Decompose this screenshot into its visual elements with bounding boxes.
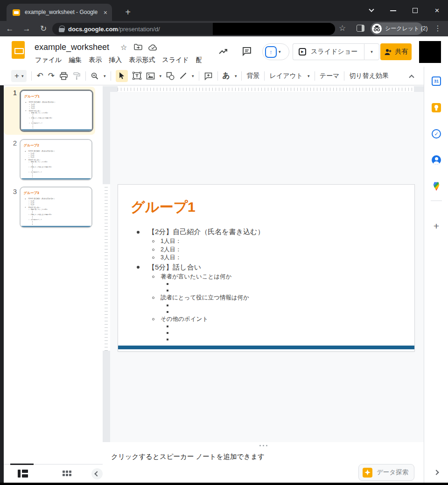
calendar-icon[interactable]: 31	[431, 76, 441, 86]
share-button[interactable]: 共有	[380, 43, 412, 60]
window-maximize-button[interactable]	[404, 0, 426, 21]
tasks-icon[interactable]: ✓	[431, 129, 441, 139]
lock-icon	[59, 26, 64, 32]
slide-bullet-level-3	[137, 302, 407, 309]
theme-button[interactable]: テーマ	[320, 72, 340, 80]
add-addon-button[interactable]: +	[431, 221, 441, 232]
tab-close-icon[interactable]: ×	[104, 9, 107, 16]
grid-view-icon[interactable]	[63, 471, 71, 476]
text-format-caret-icon[interactable]: ▾	[235, 74, 237, 78]
menu-format[interactable]: 表示形式	[129, 56, 155, 64]
keep-icon[interactable]	[431, 103, 441, 113]
redo-icon[interactable]: ↷	[48, 71, 55, 81]
new-tab-button[interactable]: +	[121, 6, 134, 19]
window-menu-chevron-icon[interactable]	[360, 0, 382, 21]
expand-side-panel-button[interactable]	[432, 468, 441, 477]
browser-tab[interactable]: example_worksheet - Google スラ ×	[7, 4, 112, 21]
incognito-badge[interactable]: シークレット (2)	[371, 22, 423, 35]
image-caret-icon[interactable]: ▾	[160, 74, 162, 78]
activity-trend-icon[interactable]	[217, 46, 229, 59]
slide-bullet-level-3	[137, 281, 407, 287]
speaker-notes-placeholder[interactable]: クリックするとスピーカー ノートを追加できます	[111, 452, 265, 461]
slide-number: 1	[10, 89, 20, 97]
move-folder-icon[interactable]	[134, 43, 142, 53]
back-icon[interactable]: ←	[3, 23, 17, 35]
paint-format-icon[interactable]	[73, 72, 81, 80]
text-format-tool[interactable]: あ	[223, 71, 230, 81]
menu-view[interactable]: 表示	[89, 56, 102, 64]
slide-bullet-level-2: 著者が言いたいことは何か	[137, 273, 407, 281]
toolbar-divider	[315, 71, 315, 81]
transition-button[interactable]: 切り替え効果	[349, 72, 389, 80]
thumb-accent-bar	[21, 226, 91, 227]
window-close-button[interactable]: ×	[426, 0, 448, 21]
toolbar-divider	[264, 71, 265, 81]
slide-thumbnail-2[interactable]: グループ2 【2分】自己紹介（氏名を書き込む）1人目：2人目：3人目：【5分】話…	[20, 139, 92, 180]
reload-icon[interactable]: ↻	[36, 23, 50, 35]
document-title[interactable]: example_worksheet	[35, 42, 109, 52]
slide-bullet-level-2: 1人目：	[137, 237, 407, 246]
menu-insert[interactable]: 挿入	[109, 56, 122, 64]
google-slides-window: example_worksheet - Google スラ × + × ← → …	[0, 0, 448, 485]
menu-edit[interactable]: 編集	[69, 56, 82, 64]
new-slide-button[interactable]: + ▾	[11, 70, 27, 82]
comment-history-icon[interactable]	[241, 46, 252, 59]
zoom-caret-icon[interactable]: ▾	[104, 74, 106, 78]
slide-thumbnail-1[interactable]: グループ1 【2分】自己紹介（氏名を書き込む）1人目：2人目：3人目：【5分】話…	[20, 90, 93, 132]
bookmark-star-icon[interactable]: ☆	[339, 23, 346, 33]
print-icon[interactable]	[59, 72, 68, 80]
layout-caret-icon[interactable]: ▾	[308, 74, 310, 78]
window-minimize-button[interactable]	[382, 0, 404, 21]
undo-icon[interactable]: ↶	[36, 71, 43, 81]
slide-bullet-level-3	[25, 176, 90, 178]
play-icon: ▶	[299, 48, 306, 55]
cursor-icon	[119, 72, 125, 80]
slideshow-dropdown-button[interactable]: ▾	[364, 43, 379, 60]
maps-icon[interactable]	[431, 181, 441, 191]
background-button[interactable]: 背景	[246, 72, 259, 80]
slide-number: 2	[10, 139, 20, 147]
url-bar[interactable]: docs.google.com /presentation/d/	[52, 23, 335, 35]
filmstrip-view-icon[interactable]	[18, 470, 28, 478]
present-caret-icon[interactable]: ▾	[279, 49, 281, 54]
slides-header: example_worksheet ☆ ファイル 編集 表示 挿入 表示形式 ス…	[0, 36, 448, 67]
explore-button[interactable]: データ探索	[358, 464, 414, 481]
layout-button[interactable]: レイアウト	[269, 72, 303, 80]
present-button[interactable]: ↑ ▾	[262, 43, 289, 60]
insert-line-icon[interactable]	[179, 72, 187, 80]
slideshow-label: スライドショー	[311, 48, 357, 56]
collapse-filmstrip-button[interactable]	[91, 468, 103, 479]
slide-body-bullets[interactable]: 【2分】自己紹介（氏名を書き込む）1人目：2人目：3人目：【5分】話し合い著者が…	[137, 227, 407, 343]
current-slide[interactable]: グループ1 【2分】自己紹介（氏名を書き込む）1人目：2人目：3人目：【5分】話…	[118, 184, 415, 352]
account-avatar[interactable]	[419, 41, 441, 63]
line-caret-icon[interactable]: ▾	[192, 74, 194, 78]
side-panel-icon[interactable]	[357, 25, 364, 32]
slideshow-button-group: ▶ スライドショー ▾	[293, 43, 379, 60]
menu-file[interactable]: ファイル	[35, 56, 62, 64]
menubar: ファイル 編集 表示 挿入 表示形式 スライド 配置	[35, 56, 209, 64]
forward-icon[interactable]: →	[20, 23, 34, 35]
favorite-star-icon[interactable]: ☆	[120, 43, 127, 52]
slideshow-button[interactable]: ▶ スライドショー	[293, 43, 364, 60]
insert-image-icon[interactable]	[146, 72, 155, 80]
thumb-slide-title: グループ3	[23, 191, 39, 195]
insert-shape-icon[interactable]	[166, 72, 175, 80]
speaker-notes-area[interactable]: クリックするとスピーカー ノートを追加できます データ探索	[103, 449, 424, 483]
window-controls: ×	[360, 0, 448, 21]
cloud-saved-icon[interactable]	[148, 44, 158, 53]
contacts-icon[interactable]	[431, 155, 441, 165]
menu-slide[interactable]: スライド	[162, 56, 189, 64]
select-tool-button[interactable]	[116, 70, 128, 82]
browser-menu-icon[interactable]: ⋮	[433, 24, 442, 33]
slide-canvas-area: グループ1 【2分】自己紹介（氏名を書き込む）1人目：2人目：3人目：【5分】話…	[103, 85, 424, 442]
add-comment-icon[interactable]	[204, 72, 213, 80]
present-up-arrow-icon: ↑	[265, 46, 277, 58]
slides-logo-icon[interactable]	[12, 41, 25, 59]
slide-title[interactable]: グループ1	[131, 198, 196, 217]
zoom-icon[interactable]	[91, 72, 99, 80]
share-label: 共有	[395, 48, 408, 56]
slide-thumbnail-3[interactable]: グループ3 【2分】自己紹介（氏名を書き込む）1人目：2人目：3人目：【5分】話…	[20, 187, 92, 228]
text-box-icon[interactable]	[133, 72, 141, 80]
toolbar-collapse-button[interactable]	[408, 72, 415, 80]
notes-resize-handle[interactable]	[103, 442, 424, 449]
